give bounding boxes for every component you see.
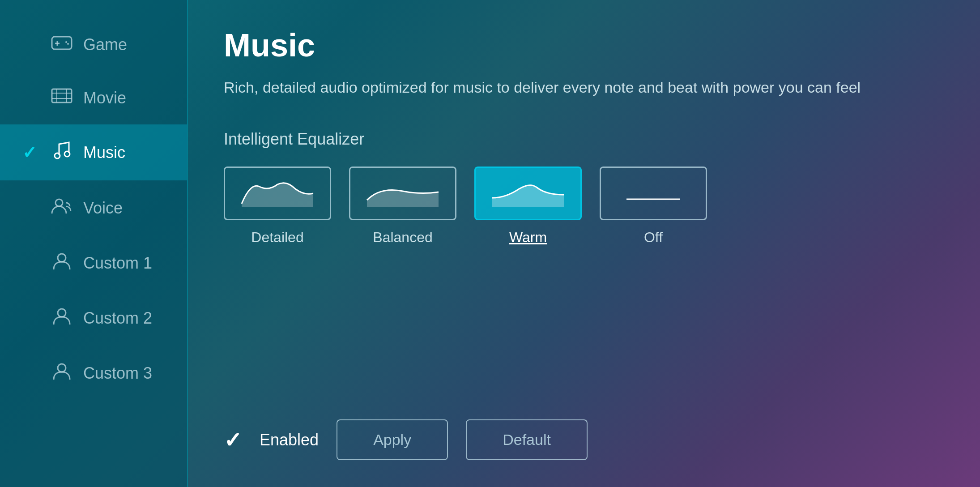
music-check-icon: ✓ <box>22 143 40 162</box>
section-title: Intelligent Equalizer <box>224 130 944 149</box>
default-button[interactable]: Default <box>466 419 588 460</box>
svg-point-14 <box>58 309 66 317</box>
svg-point-10 <box>55 153 60 158</box>
sidebar-item-game[interactable]: ✓ Game <box>0 18 187 71</box>
eq-button-detailed[interactable] <box>224 167 331 220</box>
svg-point-15 <box>58 364 66 372</box>
sidebar-label-game: Game <box>83 35 127 54</box>
sidebar-item-music[interactable]: ✓ Music <box>0 124 187 180</box>
movie-icon <box>51 87 72 108</box>
svg-point-13 <box>58 254 66 262</box>
sidebar-item-movie[interactable]: ✓ Movie <box>0 71 187 124</box>
sidebar-label-custom1: Custom 1 <box>83 254 152 273</box>
svg-rect-5 <box>52 89 72 103</box>
sidebar-label-custom2: Custom 2 <box>83 309 152 328</box>
custom1-icon <box>51 252 72 274</box>
sidebar-label-custom3: Custom 3 <box>83 364 152 383</box>
eq-options: Detailed Balanced Warm <box>224 167 944 246</box>
footer: ✓ Enabled Apply Default <box>224 419 944 460</box>
sidebar-item-custom2[interactable]: ✓ Custom 2 <box>0 290 187 346</box>
apply-button[interactable]: Apply <box>337 419 448 460</box>
svg-rect-0 <box>52 37 72 49</box>
page-description: Rich, detailed audio optimized for music… <box>224 77 944 98</box>
voice-icon <box>51 197 72 219</box>
page-title: Music <box>224 27 944 64</box>
svg-point-3 <box>65 41 67 43</box>
sidebar-label-movie: Movie <box>83 89 126 107</box>
sidebar-item-custom3[interactable]: ✓ Custom 3 <box>0 346 187 401</box>
game-icon <box>51 34 72 55</box>
enabled-check-icon: ✓ <box>224 427 242 453</box>
custom2-icon <box>51 307 72 329</box>
svg-point-4 <box>67 43 69 45</box>
custom3-icon <box>51 362 72 384</box>
eq-option-detailed[interactable]: Detailed <box>224 167 331 246</box>
sidebar-label-music: Music <box>83 143 125 162</box>
eq-label-balanced: Balanced <box>373 229 432 246</box>
sidebar-item-voice[interactable]: ✓ Voice <box>0 180 187 235</box>
svg-point-12 <box>55 199 63 206</box>
eq-option-warm[interactable]: Warm <box>474 167 582 246</box>
eq-option-balanced[interactable]: Balanced <box>349 167 456 246</box>
enabled-label: Enabled <box>260 431 319 449</box>
eq-label-warm: Warm <box>509 229 547 246</box>
eq-option-off[interactable]: Off <box>600 167 707 246</box>
eq-button-balanced[interactable] <box>349 167 456 220</box>
svg-point-11 <box>64 151 70 157</box>
eq-button-warm[interactable] <box>474 167 582 220</box>
music-icon <box>51 141 72 164</box>
main-content: Music Rich, detailed audio optimized for… <box>188 0 980 487</box>
eq-button-off[interactable] <box>600 167 707 220</box>
sidebar-item-custom1[interactable]: ✓ Custom 1 <box>0 235 187 290</box>
eq-label-detailed: Detailed <box>251 229 303 246</box>
sidebar: ✓ Game ✓ Movie ✓ <box>0 0 188 487</box>
eq-label-off: Off <box>644 229 663 246</box>
sidebar-label-voice: Voice <box>83 199 123 218</box>
